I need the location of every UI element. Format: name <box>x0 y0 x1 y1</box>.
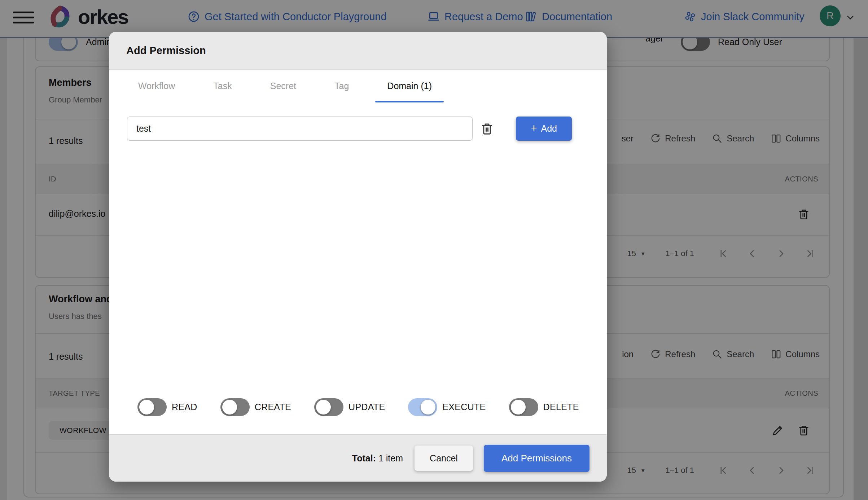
create-toggle[interactable] <box>220 398 250 416</box>
permission-toggles-row: READ CREATE UPDATE EXECUTE DELETE <box>137 398 579 416</box>
add-permission-modal: Add Permission Workflow Task Secret Tag … <box>109 32 607 482</box>
toggle-group-delete: DELETE <box>509 398 579 416</box>
tab-workflow[interactable]: Workflow <box>126 69 187 102</box>
clear-trash-button[interactable] <box>477 119 497 139</box>
tab-domain[interactable]: Domain (1) <box>375 69 444 102</box>
execute-toggle[interactable] <box>408 398 437 416</box>
tab-task[interactable]: Task <box>201 69 244 102</box>
modal-footer: Total: 1 item Cancel Add Permissions <box>109 434 607 482</box>
add-permissions-button[interactable]: Add Permissions <box>484 445 589 472</box>
modal-tabs: Workflow Task Secret Tag Domain (1) <box>126 69 444 102</box>
update-toggle[interactable] <box>314 398 343 416</box>
plus-icon: + <box>531 123 537 133</box>
domain-search-input[interactable] <box>127 117 473 141</box>
total-count: Total: 1 item <box>352 453 403 464</box>
toggle-group-execute: EXECUTE <box>408 398 486 416</box>
add-button[interactable]: + Add <box>516 117 572 141</box>
modal-title: Add Permission <box>126 32 206 69</box>
app-root: orkes Get Started with Conductor Playgro… <box>0 0 868 500</box>
toggle-group-read: READ <box>137 398 197 416</box>
tab-tag[interactable]: Tag <box>323 69 361 102</box>
tab-secret[interactable]: Secret <box>258 69 308 102</box>
read-toggle[interactable] <box>137 398 167 416</box>
toggle-group-create: CREATE <box>220 398 291 416</box>
cancel-button[interactable]: Cancel <box>415 446 473 471</box>
delete-toggle[interactable] <box>509 398 538 416</box>
toggle-group-update: UPDATE <box>314 398 385 416</box>
modal-header: Add Permission <box>109 32 607 70</box>
trash-icon <box>480 122 494 136</box>
